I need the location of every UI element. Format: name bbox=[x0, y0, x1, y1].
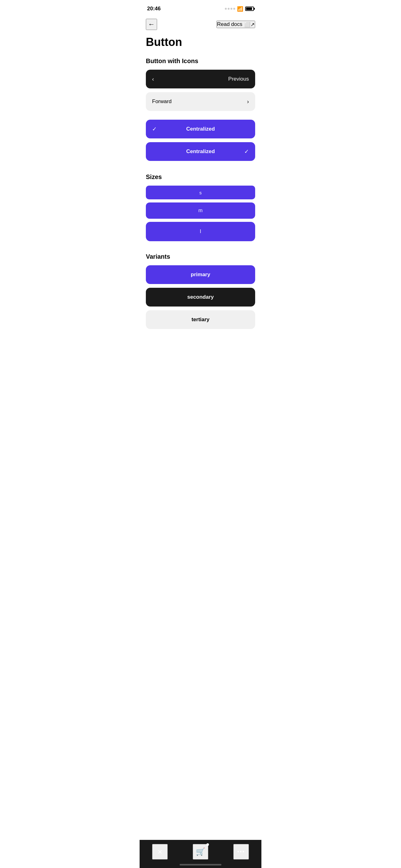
centralized-left-label: Centralized bbox=[186, 126, 215, 132]
read-docs-label: Read docs bbox=[217, 21, 242, 28]
centralized-left-button[interactable]: ✓ Centralized bbox=[146, 120, 255, 138]
variants-section: primary secondary tertiary bbox=[140, 265, 261, 329]
back-arrow-icon: ← bbox=[148, 20, 155, 28]
battery-icon bbox=[245, 6, 254, 11]
status-bar: 20:46 📶 bbox=[140, 0, 261, 16]
chevron-left-icon: ‹ bbox=[152, 76, 154, 83]
chevron-right-icon: › bbox=[247, 98, 249, 105]
forward-button[interactable]: Forward › bbox=[146, 92, 255, 111]
previous-button-label: Previous bbox=[228, 76, 249, 82]
centralized-right-label: Centralized bbox=[186, 148, 215, 155]
variant-secondary-label: secondary bbox=[187, 294, 213, 300]
read-docs-button[interactable]: Read docs ⬜↗ bbox=[216, 21, 255, 28]
section-title-variants: Variants bbox=[140, 253, 261, 265]
wifi-icon: 📶 bbox=[237, 6, 243, 12]
external-link-icon: ⬜↗ bbox=[244, 22, 255, 28]
size-small-button[interactable]: s bbox=[146, 186, 255, 199]
size-medium-button[interactable]: m bbox=[146, 203, 255, 219]
centralized-right-button[interactable]: Centralized ✓ bbox=[146, 142, 255, 161]
page-title: Button bbox=[140, 33, 261, 58]
status-time: 20:46 bbox=[147, 6, 161, 12]
back-button[interactable]: ← bbox=[146, 19, 157, 30]
variant-tertiary-label: tertiary bbox=[192, 316, 209, 323]
variant-tertiary-button[interactable]: tertiary bbox=[146, 310, 255, 329]
forward-button-label: Forward bbox=[152, 98, 171, 105]
sizes-section: s m l bbox=[140, 186, 261, 241]
status-icons: 📶 bbox=[225, 6, 254, 12]
section-title-sizes: Sizes bbox=[140, 174, 261, 186]
signal-icon bbox=[225, 8, 235, 10]
size-large-button[interactable]: l bbox=[146, 222, 255, 241]
variant-primary-label: primary bbox=[191, 272, 210, 278]
previous-button[interactable]: ‹ Previous bbox=[146, 70, 255, 88]
size-small-label: s bbox=[199, 190, 202, 195]
button-with-icons-section: ‹ Previous Forward › ✓ Centralized Centr… bbox=[140, 70, 261, 161]
variant-primary-button[interactable]: primary bbox=[146, 265, 255, 284]
nav-bar: ← Read docs ⬜↗ bbox=[140, 16, 261, 33]
size-large-label: l bbox=[200, 228, 201, 235]
check-icon-right: ✓ bbox=[244, 148, 249, 155]
section-title-button-with-icons: Button with Icons bbox=[140, 58, 261, 70]
check-icon-left: ✓ bbox=[152, 126, 157, 132]
variant-secondary-button[interactable]: secondary bbox=[146, 288, 255, 307]
size-medium-label: m bbox=[198, 208, 202, 213]
